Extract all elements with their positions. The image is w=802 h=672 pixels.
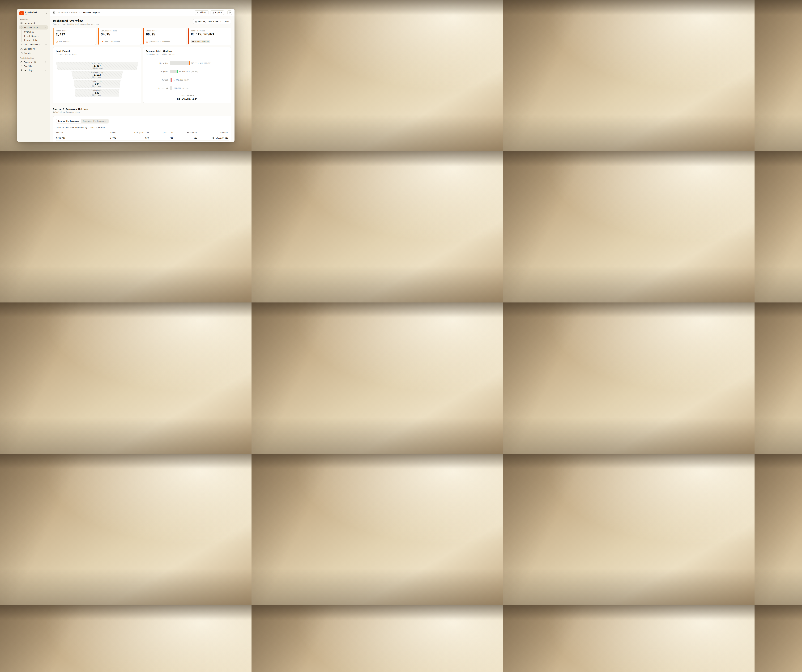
terminal-logo-icon: >_ (19, 11, 24, 15)
filter-button[interactable]: Filter (195, 10, 209, 15)
sun-icon (228, 11, 231, 14)
chevron-down-icon (45, 27, 47, 28)
bar (170, 70, 178, 73)
check-circle-icon (56, 41, 58, 43)
bar (170, 78, 172, 82)
top-bar: Platform ▸ Reports ▸ Traffic Report Filt… (50, 9, 234, 16)
divider (57, 11, 57, 14)
breadcrumb-traffic-report: Traffic Report (83, 11, 100, 14)
traffic-report-submenu: Overview Event Report Export Data (21, 30, 48, 42)
col-pre-qualified: Pre-Qualified (116, 130, 149, 136)
metrics-card: Source Performance Campaign Performance … (53, 116, 231, 142)
chevron-right-icon: ▸ (69, 12, 70, 13)
stat-cards: Total Leads 2,417 All sources Conversion… (53, 28, 231, 45)
user-gear-icon (20, 61, 23, 63)
sidebar-section-platform: Platform (20, 18, 47, 20)
sidebar-item-profile[interactable]: Profile (19, 64, 48, 68)
sidebar-item-url-generator[interactable]: URL Generator (19, 42, 48, 47)
bar (170, 86, 172, 90)
user-icon (20, 65, 23, 67)
revenue-row: Meta Ads 105.119.011 (72,1%) (146, 61, 229, 65)
theme-toggle-button[interactable] (228, 10, 232, 15)
section-subtitle: Detailed performance data (53, 111, 231, 113)
revenue-row: Direct WA 277.000 (0,2%) (146, 86, 229, 90)
main-area: Platform ▸ Reports ▸ Traffic Report Filt… (50, 9, 234, 142)
section-title: Source & Campaign Metrics (53, 108, 231, 110)
metrics-tabs: Source Performance Campaign Performance (56, 119, 108, 123)
sidebar-item-events[interactable]: Events (19, 51, 48, 55)
tab-source-performance[interactable]: Source Performance (56, 119, 81, 123)
revenue-total: Total Revenue Rp 145.867.024 (146, 95, 229, 100)
bar-chart-icon (20, 26, 23, 29)
sidebar-item-dashboard[interactable]: Dashboard (19, 21, 48, 25)
sidebar-section-administration: Administration (20, 57, 47, 59)
table-caption: Lead volume and revenue by traffic sourc… (56, 126, 228, 129)
funnel-stage: Purchase 839 (88.9% conv) (56, 89, 139, 97)
stat-card-total-leads: Total Leads 2,417 All sources (53, 28, 96, 45)
trending-up-icon (101, 41, 103, 43)
grid-icon (20, 22, 23, 24)
sidebar-item-event-report[interactable]: Event Report (24, 34, 48, 38)
col-revenue: Revenue (197, 130, 228, 136)
funnel-stage: First Contact 2,417 (100.0% conv) (56, 62, 139, 69)
chevron-right-icon (45, 44, 47, 45)
revenue-bar-chart: Meta Ads 105.119.011 (72,1%) Organic 39.… (146, 61, 229, 90)
revenue-distribution-card: Revenue Distribution Breakdown by traffi… (143, 47, 231, 103)
source-performance-table: Source Leads Pre-Qualified Qualified Pur… (56, 130, 228, 142)
funnel-stage: Qualified 944 (85.6% conv) (56, 80, 139, 87)
table-row: Organic 400 261 213 209 Rp 39.080.013 (56, 141, 228, 142)
bar (170, 61, 189, 65)
revenue-row: Direct 1.391.000 (1,0%) (146, 78, 229, 82)
col-source: Source (56, 130, 92, 136)
stat-card-conversion-rate: Conversion Rate 34.7% Lead → Purchase (98, 28, 141, 45)
chevron-down-icon (46, 13, 47, 14)
app-plan: Pro (25, 13, 45, 15)
app-window: >_ LinkToChat Pro Platform Dashboard Tra… (17, 9, 234, 142)
col-qualified: Qualified (149, 130, 173, 136)
breadcrumb: Platform ▸ Reports ▸ Traffic Report (58, 11, 193, 14)
download-icon (212, 11, 214, 14)
workspace-switcher[interactable]: >_ LinkToChat Pro (19, 10, 48, 16)
breadcrumb-reports[interactable]: Reports (71, 11, 80, 14)
check-circle-icon (146, 41, 148, 43)
date-range-button[interactable]: Nov 01, 2025 - Dec 31, 2025 (193, 19, 231, 24)
charts-row: Lead Funnel Progression by stage First C… (53, 47, 231, 103)
calendar-icon (195, 21, 197, 23)
stat-card-close-rate: Close Rate 88.9% Qualified → Purchase (143, 28, 186, 45)
revenue-row: Organic 39.080.013 (26,8%) (146, 70, 229, 73)
chevron-right-icon: ▸ (81, 12, 82, 13)
col-purchases: Purchases (173, 130, 197, 136)
stat-card-total-revenue: Total Revenue Rp 145,867,024 Meta Ads le… (188, 28, 231, 45)
col-leads: Leads (92, 130, 116, 136)
chevron-right-icon (45, 61, 47, 63)
chevron-right-icon (45, 69, 47, 71)
filter-funnel-icon (197, 11, 199, 14)
sidebar-item-export-data[interactable]: Export Data (24, 38, 48, 42)
funnel-stage: Pre-Qualified 1,103 (45.6% conv) (56, 71, 139, 79)
app-name: LinkToChat (25, 11, 45, 13)
breadcrumb-platform[interactable]: Platform (58, 11, 68, 14)
link-icon (20, 44, 23, 46)
gear-icon (20, 69, 23, 71)
sidebar-item-customers[interactable]: Customers (19, 47, 48, 51)
table-header-row: Source Leads Pre-Qualified Qualified Pur… (56, 130, 228, 136)
share-network-icon (20, 52, 23, 54)
status-badge: Meta Ads leading (191, 40, 210, 43)
page-title: Dashboard Overview (53, 19, 99, 23)
export-button[interactable]: Export (210, 10, 224, 15)
content: Dashboard Overview Monitor your traffic … (50, 16, 234, 142)
page-subtitle: Monitor your traffic and conversion metr… (53, 23, 99, 25)
table-row: Meta Ads 1,998 830 721 623 Rp 105.119.01… (56, 136, 228, 141)
sidebar-item-traffic-report[interactable]: Traffic Report (19, 25, 48, 29)
funnel-chart: First Contact 2,417 (100.0% conv) Pre-Qu… (56, 62, 139, 97)
sidebar: >_ LinkToChat Pro Platform Dashboard Tra… (17, 9, 50, 142)
sidebar-item-settings[interactable]: Settings (19, 68, 48, 72)
sidebar-item-overview[interactable]: Overview (24, 30, 48, 34)
sidebar-item-admin-cs[interactable]: Admin / CS (19, 60, 48, 64)
panel-left-icon[interactable] (52, 11, 55, 14)
tab-campaign-performance[interactable]: Campaign Performance (81, 119, 108, 123)
users-icon (20, 48, 23, 50)
lead-funnel-card: Lead Funnel Progression by stage First C… (53, 47, 141, 103)
